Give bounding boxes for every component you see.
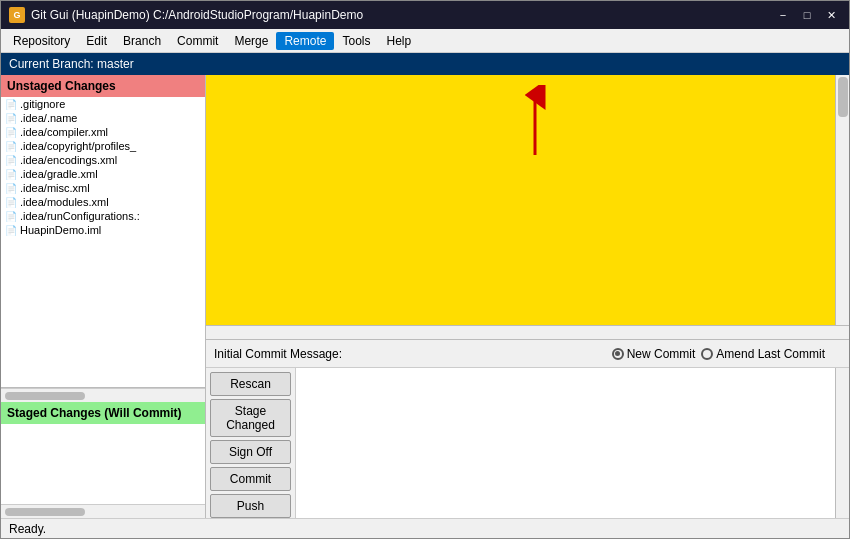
window-controls: − □ ✕ [773, 7, 841, 23]
unstaged-files-inner: 📄 .gitignore 📄 .idea/.name 📄 .idea/compi… [1, 97, 205, 237]
commit-message-area [296, 368, 835, 518]
diff-vscrollbar[interactable] [835, 75, 849, 325]
menu-commit[interactable]: Commit [169, 32, 226, 50]
menu-edit[interactable]: Edit [78, 32, 115, 50]
commit-textarea[interactable] [296, 368, 835, 518]
file-name: .idea/misc.xml [20, 182, 90, 194]
commit-buttons: Rescan Stage Changed Sign Off Commit Pus… [206, 368, 296, 518]
file-icon: 📄 [5, 183, 17, 194]
commit-vscrollbar[interactable] [835, 368, 849, 518]
new-commit-label: New Commit [627, 347, 696, 361]
staged-file-list[interactable] [1, 424, 205, 504]
staged-section: Staged Changes (Will Commit) [1, 402, 205, 518]
list-item[interactable]: 📄 .idea/modules.xml [1, 195, 205, 209]
close-button[interactable]: ✕ [821, 7, 841, 23]
file-icon: 📄 [5, 113, 17, 124]
diff-hscrollbar[interactable] [206, 325, 849, 339]
list-item[interactable]: 📄 .idea/compiler.xml [1, 125, 205, 139]
list-item[interactable]: 📄 .gitignore [1, 97, 205, 111]
left-panel: Unstaged Changes 📄 .gitignore 📄 .idea/.n… [1, 75, 206, 518]
branch-bar: Current Branch: master [1, 53, 849, 75]
red-arrow-icon [515, 85, 555, 155]
menu-remote[interactable]: Remote [276, 32, 334, 50]
title-bar-left: G Git Gui (HuapinDemo) C:/AndroidStudioP… [9, 7, 363, 23]
list-item[interactable]: 📄 .idea/runConfigurations.: [1, 209, 205, 223]
amend-option[interactable]: Amend Last Commit [701, 347, 825, 361]
push-button[interactable]: Push [210, 494, 291, 518]
stage-changed-button[interactable]: Stage Changed [210, 399, 291, 437]
file-icon: 📄 [5, 141, 17, 152]
file-name: .idea/runConfigurations.: [20, 210, 140, 222]
list-item[interactable]: 📄 HuapinDemo.iml [1, 223, 205, 237]
staged-hscroll-thumb [5, 508, 85, 516]
diff-area [206, 75, 849, 325]
app-icon: G [9, 7, 25, 23]
menu-repository[interactable]: Repository [5, 32, 78, 50]
file-icon: 📄 [5, 127, 17, 138]
commit-button[interactable]: Commit [210, 467, 291, 491]
main-content: Unstaged Changes 📄 .gitignore 📄 .idea/.n… [1, 75, 849, 518]
commit-message-label: Initial Commit Message: [214, 347, 342, 361]
right-panel: Initial Commit Message: New Commit Amend… [206, 75, 849, 518]
menu-help[interactable]: Help [378, 32, 419, 50]
file-icon: 📄 [5, 225, 17, 236]
unstaged-file-list[interactable]: 📄 .gitignore 📄 .idea/.name 📄 .idea/compi… [1, 97, 205, 388]
title-bar: G Git Gui (HuapinDemo) C:/AndroidStudioP… [1, 1, 849, 29]
staged-header: Staged Changes (Will Commit) [1, 402, 205, 424]
window-title: Git Gui (HuapinDemo) C:/AndroidStudioPro… [31, 8, 363, 22]
staged-hscrollbar[interactable] [1, 504, 205, 518]
hscroll-thumb [5, 392, 85, 400]
menu-merge[interactable]: Merge [226, 32, 276, 50]
file-icon: 📄 [5, 169, 17, 180]
rescan-button[interactable]: Rescan [210, 372, 291, 396]
vscroll-thumb [838, 77, 848, 117]
file-name: .idea/encodings.xml [20, 154, 117, 166]
new-commit-radio[interactable] [612, 348, 624, 360]
menu-tools[interactable]: Tools [334, 32, 378, 50]
file-name: .idea/compiler.xml [20, 126, 108, 138]
file-name: .idea/gradle.xml [20, 168, 98, 180]
branch-text: Current Branch: master [9, 57, 134, 71]
maximize-button[interactable]: □ [797, 7, 817, 23]
status-text: Ready. [9, 522, 46, 536]
status-bar: Ready. [1, 518, 849, 538]
list-item[interactable]: 📄 .idea/.name [1, 111, 205, 125]
file-name: .idea/.name [20, 112, 77, 124]
unstaged-hscrollbar[interactable] [1, 388, 205, 402]
list-item[interactable]: 📄 .idea/gradle.xml [1, 167, 205, 181]
commit-body: Rescan Stage Changed Sign Off Commit Pus… [206, 368, 849, 518]
list-item[interactable]: 📄 .idea/misc.xml [1, 181, 205, 195]
main-window: G Git Gui (HuapinDemo) C:/AndroidStudioP… [0, 0, 850, 539]
file-name: .idea/copyright/profiles_ [20, 140, 136, 152]
file-icon: 📄 [5, 197, 17, 208]
file-name: .idea/modules.xml [20, 196, 109, 208]
amend-radio[interactable] [701, 348, 713, 360]
commit-header: Initial Commit Message: New Commit Amend… [206, 340, 849, 368]
radio-group: New Commit Amend Last Commit [612, 347, 825, 361]
bottom-panel: Initial Commit Message: New Commit Amend… [206, 339, 849, 518]
file-icon: 📄 [5, 155, 17, 166]
list-item[interactable]: 📄 .idea/copyright/profiles_ [1, 139, 205, 153]
file-icon: 📄 [5, 211, 17, 222]
minimize-button[interactable]: − [773, 7, 793, 23]
file-name: .gitignore [20, 98, 65, 110]
new-commit-option[interactable]: New Commit [612, 347, 696, 361]
sign-off-button[interactable]: Sign Off [210, 440, 291, 464]
menu-branch[interactable]: Branch [115, 32, 169, 50]
unstaged-header: Unstaged Changes [1, 75, 205, 97]
file-name: HuapinDemo.iml [20, 224, 101, 236]
file-icon: 📄 [5, 99, 17, 110]
menubar: Repository Edit Branch Commit Merge Remo… [1, 29, 849, 53]
list-item[interactable]: 📄 .idea/encodings.xml [1, 153, 205, 167]
amend-label: Amend Last Commit [716, 347, 825, 361]
